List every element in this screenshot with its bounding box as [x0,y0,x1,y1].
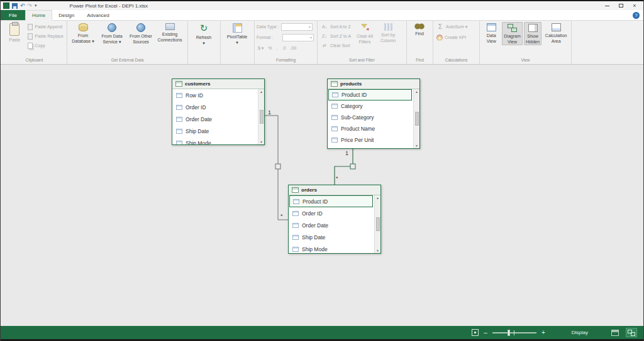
clear-sort-button[interactable]: ⇄ Clear Sort [319,41,352,50]
scroll-thumb[interactable] [260,110,264,124]
diagram-view-status-button[interactable] [626,328,637,337]
from-data-service-button[interactable]: From Data Service ▾ [98,22,126,45]
table-orders-scrollbar[interactable]: ▲ ▼ [374,195,380,253]
tab-file[interactable]: File [1,10,25,20]
copy-button[interactable]: Copy [26,41,65,50]
format-dropdown[interactable]: ▾ [282,34,314,41]
field-row[interactable]: Sub-Category [328,112,413,123]
help-icon[interactable]: ? [633,12,640,19]
save-icon[interactable] [12,3,18,9]
increase-decimal-button[interactable]: .0 [281,46,287,50]
tab-design[interactable]: Design [52,10,80,20]
currency-format-button[interactable]: $ ▾ [257,46,265,51]
field-row[interactable]: Order ID [289,207,374,219]
autosum-icon: Σ [436,23,444,30]
sort-by-column-button[interactable]: Sort by Column [377,22,399,43]
from-database-button[interactable]: From Database ▾ [69,22,97,44]
table-products-header[interactable]: products [328,79,419,89]
tab-advanced[interactable]: Advanced [80,10,116,20]
scroll-down-icon[interactable]: ▼ [260,140,263,144]
refresh-button[interactable]: ↻ Refresh ▾ [190,22,218,46]
scroll-down-icon[interactable]: ▼ [376,249,379,252]
existing-connections-button[interactable]: Existing Connections [156,22,184,43]
field-row-selected[interactable]: Product ID [328,89,412,100]
field-label: Product Name [341,126,375,132]
fit-to-screen-icon[interactable] [472,329,479,336]
field-row[interactable]: Price Per Unit [328,134,413,146]
scroll-up-icon[interactable]: ▲ [376,196,379,200]
table-products[interactable]: products Product ID Category Sub-Categor… [327,78,420,149]
sort-a-to-z-button[interactable]: A↓ Sort A to Z [319,22,352,31]
paste-replace-button[interactable]: Paste Replace [26,31,65,41]
autosum-button[interactable]: Σ AutoSum ▾ [435,22,477,31]
data-type-dropdown[interactable]: ▾ [281,23,313,31]
ribbon-group-formatting: Data Type : ▾ Format : ▾ $ ▾ % , .0 .00 … [255,21,318,64]
restore-button[interactable] [617,3,625,9]
show-hidden-button[interactable]: Show Hidden [524,22,542,45]
calculation-area-button[interactable]: Calculation Area [543,22,569,44]
pivottable-button[interactable]: PivotTable ▾ [223,22,252,45]
tab-home[interactable]: Home [25,10,52,21]
field-row[interactable]: Row ID [172,89,257,101]
refresh-icon: ↻ [200,23,208,33]
from-other-sources-label: From Other Sources [130,33,152,45]
sort-z-to-a-button[interactable]: Z↓ Sort Z to A [319,31,352,41]
percent-format-button[interactable]: % [267,46,273,50]
display-label[interactable]: Display [572,330,588,335]
data-view-status-button[interactable] [609,328,621,337]
field-row[interactable]: Ship Date [289,231,374,243]
field-label: Category [341,103,363,109]
field-row[interactable]: Order Date [172,113,257,125]
qat-customize-icon[interactable]: ▾ [35,3,37,9]
table-customers-scrollbar[interactable]: ▲ ▼ [258,89,264,144]
show-hidden-label: Show Hidden [526,33,540,45]
cardinality-many-label: * [336,175,338,181]
field-row[interactable]: Order ID [172,101,257,113]
scroll-up-icon[interactable]: ▲ [260,90,263,94]
scroll-thumb[interactable] [376,217,380,231]
decrease-decimal-button[interactable]: .00 [289,46,297,50]
field-row[interactable]: Product Name [328,123,413,134]
table-products-scrollbar[interactable]: ▲ ▼ [413,89,419,148]
scroll-down-icon[interactable]: ▼ [415,144,418,148]
zoom-slider-thumb[interactable] [508,330,510,336]
minimize-button[interactable] [603,3,611,9]
relationship-connector-icon[interactable] [275,164,280,169]
field-row[interactable]: Ship Mode [172,137,257,144]
undo-icon[interactable]: ↶ [20,3,25,9]
diagram-canvas[interactable]: customers Row ID Order ID Order Date Shi… [1,65,643,326]
relationship-connector-icon[interactable] [350,164,355,169]
calculations-group-label: Calculations [435,57,477,64]
create-kpi-button[interactable]: Create KPI [435,33,477,42]
table-orders[interactable]: orders Product ID Order ID Order Date Sh… [288,185,381,254]
paste-button[interactable]: Paste [4,22,25,43]
data-view-button[interactable]: Data View [482,22,501,44]
field-row[interactable]: Category [328,100,413,112]
zoom-out-button[interactable]: – [484,329,487,336]
thousands-separator-button[interactable]: , [275,46,279,50]
field-icon [176,93,182,98]
diagram-view-button[interactable]: Diagram View [502,22,522,45]
from-other-sources-button[interactable]: From Other Sources [127,22,155,45]
app-icon[interactable] [3,3,9,9]
paste-replace-icon [28,33,33,40]
field-row-selected[interactable]: Product ID [289,195,373,207]
table-orders-header[interactable]: orders [289,185,380,195]
field-icon [331,115,338,120]
globe-icon [108,23,116,32]
zoom-slider[interactable] [492,332,536,333]
find-button[interactable]: Find [409,22,430,36]
redo-icon[interactable]: ↷ [28,3,33,9]
close-button[interactable]: × [631,3,638,9]
field-row[interactable]: Order Date [289,219,374,231]
field-row[interactable]: Ship Date [172,125,257,137]
scroll-up-icon[interactable]: ▲ [415,90,418,94]
table-customers-header[interactable]: customers [172,79,264,89]
paste-append-button[interactable]: Paste Append [26,22,65,31]
cardinality-one-label: 1 [345,150,348,156]
table-customers[interactable]: customers Row ID Order ID Order Date Shi… [172,78,265,145]
scroll-thumb[interactable] [415,112,419,126]
clear-all-filters-button[interactable]: Clear All Filters [353,22,376,45]
field-row[interactable]: Ship Mode [289,243,374,253]
zoom-in-button[interactable]: + [541,329,545,336]
